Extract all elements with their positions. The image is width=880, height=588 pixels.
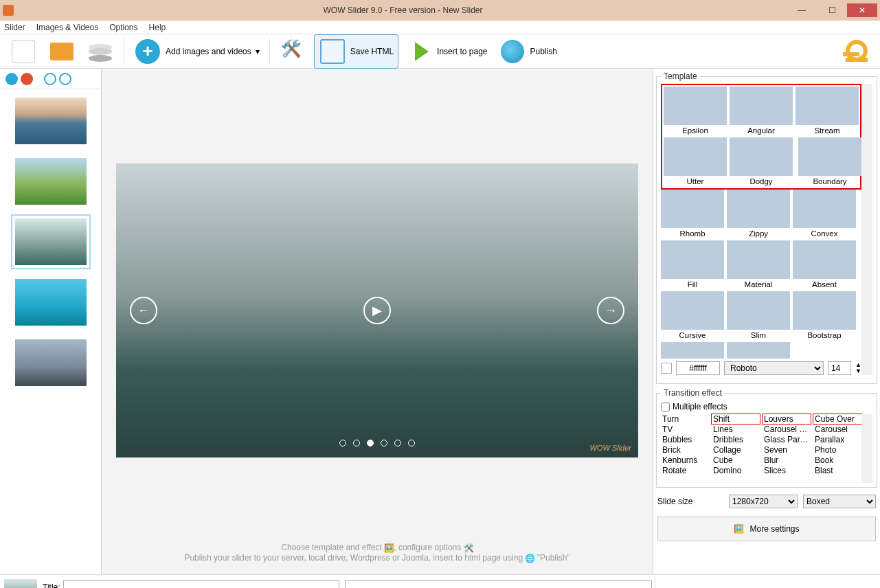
template-slim[interactable]: Slim <box>727 291 790 341</box>
app-icon <box>3 5 14 16</box>
template-boundary[interactable]: Boundary <box>798 137 861 187</box>
effect-carousel-b[interactable]: Carousel B... <box>763 425 811 434</box>
multiple-effects-check[interactable]: Multiple effects <box>661 402 872 411</box>
color-swatch[interactable] <box>661 363 672 374</box>
title-input[interactable] <box>63 580 339 588</box>
template-dodgy[interactable]: Dodgy <box>730 137 793 187</box>
effect-collage[interactable]: Collage <box>712 445 760 455</box>
effect-brick[interactable]: Brick <box>661 445 709 455</box>
slide-thumb-selected[interactable] <box>15 218 87 265</box>
pagination-dots[interactable] <box>339 440 415 446</box>
template-bootstrap[interactable]: Bootstrap <box>793 291 856 341</box>
activate-key-button[interactable] <box>839 36 875 67</box>
template-item[interactable] <box>661 342 724 359</box>
save-html-button[interactable]: Save HTML <box>314 34 398 69</box>
insert-label: Insert to page <box>437 47 487 56</box>
next-slide-button[interactable]: → <box>597 297 624 324</box>
hint-text: Choose template and effect 🖼️, configure… <box>102 539 653 574</box>
slider-preview: ← ▶ → WOW Slider <box>116 163 638 457</box>
configure-button[interactable]: 🛠️ <box>275 35 311 68</box>
effect-turn[interactable]: Turn <box>661 414 709 424</box>
template-rhomb[interactable]: Rhomb <box>661 190 724 239</box>
new-button[interactable] <box>5 35 41 68</box>
effect-rotate[interactable]: Rotate <box>661 466 709 475</box>
effect-seven[interactable]: Seven <box>763 445 811 455</box>
insert-to-page-button[interactable]: Insert to page <box>401 35 491 68</box>
effect-kenburns[interactable]: Kenburns <box>661 455 709 465</box>
settings-icon: 🖼️ <box>734 524 744 534</box>
publish-label: Publish <box>530 47 557 56</box>
open-button[interactable] <box>44 35 80 68</box>
titlebar: WOW Slider 9.0 - Free version - New Slid… <box>0 0 880 21</box>
properties-bar: Title: Url: ▾ <box>0 574 880 588</box>
close-button[interactable]: ✕ <box>847 3 877 17</box>
effect-blur[interactable]: Blur <box>763 455 811 465</box>
rotate-left-button[interactable] <box>44 73 56 85</box>
publish-button[interactable]: Publish <box>495 35 561 68</box>
color-input[interactable] <box>676 361 720 375</box>
effect-cube[interactable]: Cube <box>712 455 760 465</box>
effect-parallax[interactable]: Parallax <box>813 435 861 444</box>
template-convex[interactable]: Convex <box>793 190 856 239</box>
rotate-right-button[interactable] <box>59 73 71 85</box>
template-cursive[interactable]: Cursive <box>661 291 724 341</box>
menu-help[interactable]: Help <box>149 23 166 32</box>
menu-images-videos[interactable]: Images & Videos <box>36 23 99 32</box>
effect-photo[interactable]: Photo <box>813 445 861 455</box>
font-size-input[interactable] <box>828 361 851 375</box>
effect-lines[interactable]: Lines <box>712 425 760 434</box>
remove-slide-button[interactable] <box>21 73 33 85</box>
template-stream[interactable]: Stream <box>796 87 859 136</box>
template-panel: Template Epsilon Angular Stream Utter Do… <box>656 71 877 384</box>
template-fill[interactable]: Fill <box>661 240 724 290</box>
template-scrollbar[interactable] <box>861 84 872 375</box>
transition-legend: Transition effect <box>661 388 725 398</box>
effect-glass-parallax[interactable]: Glass Parall... <box>763 435 811 444</box>
minimize-button[interactable]: — <box>787 3 817 17</box>
maximize-button[interactable]: ☐ <box>817 3 847 17</box>
layout-select[interactable]: Boxed <box>803 495 876 508</box>
template-angular[interactable]: Angular <box>730 87 793 136</box>
effect-louvers[interactable]: Louvers <box>763 414 811 424</box>
effect-shift[interactable]: Shift <box>712 414 760 424</box>
slide-thumbnail-list[interactable] <box>0 89 101 574</box>
effect-dribbles[interactable]: Dribbles <box>712 435 760 444</box>
effect-tv[interactable]: TV <box>661 425 709 434</box>
effect-slices[interactable]: Slices <box>763 466 811 475</box>
description-input[interactable] <box>345 580 652 588</box>
template-zippy[interactable]: Zippy <box>727 190 790 239</box>
template-epsilon[interactable]: Epsilon <box>664 87 727 136</box>
template-item[interactable] <box>727 342 790 359</box>
effect-book[interactable]: Book <box>813 455 861 465</box>
effect-cube-over[interactable]: Cube Over <box>813 414 861 424</box>
effect-carousel[interactable]: Carousel <box>813 425 861 434</box>
effect-bubbles[interactable]: Bubbles <box>661 435 709 444</box>
font-select[interactable]: Roboto <box>724 361 824 375</box>
effects-scrollbar[interactable] <box>861 414 872 483</box>
disk-button[interactable] <box>82 35 118 68</box>
window-title: WOW Slider 9.0 - Free version - New Slid… <box>19 5 787 15</box>
slide-thumb[interactable] <box>15 158 87 205</box>
template-utter[interactable]: Utter <box>664 137 727 187</box>
prev-slide-button[interactable]: ← <box>130 297 157 324</box>
menu-options[interactable]: Options <box>109 23 137 32</box>
spinner-icon[interactable]: ▲▼ <box>855 362 861 374</box>
save-html-label: Save HTML <box>350 47 394 56</box>
publish-icon: 🌐 <box>525 554 534 563</box>
slide-thumb[interactable] <box>15 339 87 386</box>
slide-thumb[interactable] <box>15 279 87 326</box>
more-settings-button[interactable]: 🖼️ More settings <box>657 517 876 541</box>
template-material[interactable]: Material <box>727 240 790 290</box>
add-images-button[interactable]: + Add images and videos ▾ <box>130 35 264 68</box>
template-absent[interactable]: Absent <box>793 240 856 290</box>
menu-slider[interactable]: Slider <box>4 23 25 32</box>
slidesize-label: Slide size <box>657 497 723 506</box>
add-slide-button[interactable] <box>5 73 18 85</box>
transition-panel: Transition effect Multiple effects Turn … <box>656 388 877 488</box>
play-button[interactable]: ▶ <box>363 297 391 324</box>
options-icon: 🛠️ <box>464 543 473 553</box>
slide-thumb[interactable] <box>15 98 87 144</box>
slidesize-select[interactable]: 1280x720 <box>729 495 798 508</box>
effect-domino[interactable]: Domino <box>712 466 760 475</box>
effect-blast[interactable]: Blast <box>813 466 861 475</box>
